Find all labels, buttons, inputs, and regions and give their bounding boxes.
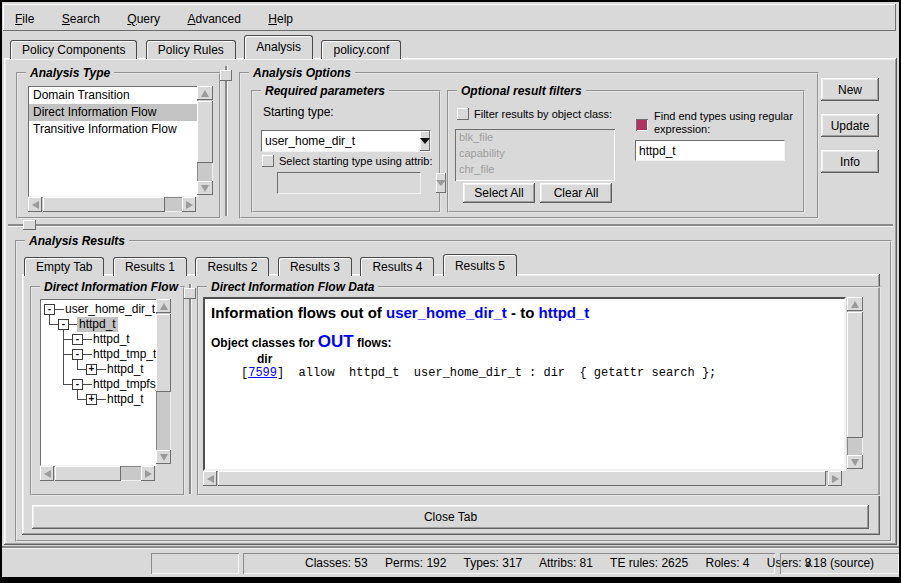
tree-node[interactable]: httpd_t xyxy=(91,332,132,347)
tree-node[interactable]: httpd_t xyxy=(105,362,146,377)
analysis-type-vscrollbar[interactable] xyxy=(197,86,213,195)
regex-input-wrap xyxy=(635,140,785,161)
data-hscrollbar[interactable] xyxy=(203,471,842,486)
scrollbar-thumb[interactable] xyxy=(197,101,213,163)
analysis-options-legend: Analysis Options xyxy=(249,66,355,80)
stat-te-rules: TE rules: 2625 xyxy=(610,556,688,570)
tab-results-4[interactable]: Results 4 xyxy=(360,257,434,276)
clear-all-button[interactable]: Clear All xyxy=(540,183,612,203)
tree-connector xyxy=(63,339,72,340)
data-vscrollbar[interactable] xyxy=(847,297,863,469)
scroll-left-icon[interactable] xyxy=(28,197,42,212)
apol-window: File Search Query Advanced Help Policy C… xyxy=(0,0,901,583)
tree-node[interactable]: httpd_tmp_t xyxy=(91,347,157,362)
sash-handle[interactable] xyxy=(220,70,232,81)
tree-node[interactable]: httpd_t xyxy=(105,392,146,407)
tree-toggle-icon[interactable]: - xyxy=(72,334,83,345)
tree-connector xyxy=(49,315,50,324)
tab-analysis[interactable]: Analysis xyxy=(244,35,313,59)
analysis-type-hscrollbar[interactable] xyxy=(28,197,196,212)
results-sash-vertical[interactable] xyxy=(189,284,191,494)
tab-policy-conf[interactable]: policy.conf xyxy=(321,40,401,59)
analysis-type-group: Analysis Type Domain Transition Direct I… xyxy=(16,72,221,219)
scrollbar-thumb[interactable] xyxy=(218,471,826,486)
update-button[interactable]: Update xyxy=(821,114,879,137)
tab-empty-tab[interactable]: Empty Tab xyxy=(24,257,104,276)
attrib-checkbox-label: Select starting type using attrib: xyxy=(279,155,432,167)
scroll-up-icon[interactable] xyxy=(847,297,863,311)
list-item[interactable]: Domain Transition xyxy=(29,87,197,104)
scroll-left-icon[interactable] xyxy=(40,466,54,481)
scroll-down-icon[interactable] xyxy=(197,181,213,195)
scroll-right-icon[interactable] xyxy=(141,466,155,481)
flow-data-group: Direct Information Flow Data Information… xyxy=(197,286,881,496)
scrollbar-thumb[interactable] xyxy=(55,466,121,481)
info-button[interactable]: Info xyxy=(821,150,879,173)
scrollbar-thumb[interactable] xyxy=(156,314,171,392)
tree-hscrollbar[interactable] xyxy=(40,466,155,481)
tree-toggle-icon[interactable]: - xyxy=(72,379,83,390)
scroll-right-icon[interactable] xyxy=(182,197,196,212)
scroll-down-icon[interactable] xyxy=(156,450,171,464)
tree-connector xyxy=(63,384,72,385)
tree-toggle-icon[interactable]: - xyxy=(72,349,83,360)
scroll-down-icon[interactable] xyxy=(847,455,863,469)
stat-perms: Perms: 192 xyxy=(385,556,446,570)
scroll-up-icon[interactable] xyxy=(156,299,171,313)
regex-input[interactable] xyxy=(636,143,779,160)
scrollbar-thumb[interactable] xyxy=(43,197,165,212)
regex-checkbox[interactable] xyxy=(636,119,648,131)
analysis-type-listbox[interactable]: Domain Transition Direct Information Flo… xyxy=(28,86,198,197)
tree-toggle-icon[interactable]: + xyxy=(86,364,97,375)
select-all-button[interactable]: Select All xyxy=(463,183,535,203)
tree-node[interactable]: httpd_tmpfs_t xyxy=(91,377,157,392)
stat-classes: Classes: 53 xyxy=(305,556,368,570)
tab-results-1[interactable]: Results 1 xyxy=(113,257,187,276)
regex-checkbox-label: Find end types using regular expression: xyxy=(654,110,793,136)
attrib-combobox-disabled[interactable] xyxy=(277,172,421,194)
menu-query[interactable]: Query xyxy=(125,6,162,33)
tab-results-3[interactable]: Results 3 xyxy=(278,257,352,276)
list-item-selected[interactable]: Direct Information Flow xyxy=(29,104,197,121)
attrib-checkbox[interactable] xyxy=(262,155,274,167)
stat-types: Types: 317 xyxy=(464,556,523,570)
tab-policy-rules[interactable]: Policy Rules xyxy=(146,40,236,59)
flow-data-textarea[interactable]: Information flows out of user_home_dir_t… xyxy=(203,297,846,471)
menu-advanced[interactable]: Advanced xyxy=(185,6,242,33)
object-class-listbox[interactable]: blk_file capability chr_file xyxy=(455,129,615,181)
tree-node-selected[interactable]: httpd_t xyxy=(77,317,118,332)
menubar: File Search Query Advanced Help xyxy=(3,4,896,31)
combo-dropdown-icon[interactable] xyxy=(420,131,430,151)
filter-by-class-checkbox[interactable] xyxy=(457,108,469,120)
scrollbar-thumb[interactable] xyxy=(847,312,863,438)
pane-sash-horizontal[interactable] xyxy=(8,224,893,226)
scroll-up-icon[interactable] xyxy=(197,86,213,100)
list-item: blk_file xyxy=(455,129,615,145)
subtitle-pre: Object classes for xyxy=(211,336,318,350)
sash-handle[interactable] xyxy=(23,220,36,230)
scroll-left-icon[interactable] xyxy=(203,471,217,486)
scroll-right-icon[interactable] xyxy=(828,471,842,486)
tree-connector xyxy=(77,369,86,370)
tree-toggle-icon[interactable]: + xyxy=(86,394,97,405)
sash-handle[interactable] xyxy=(184,288,196,299)
tab-results-5[interactable]: Results 5 xyxy=(443,254,517,276)
optional-filters-legend: Optional result filters xyxy=(457,84,586,98)
tab-policy-components[interactable]: Policy Components xyxy=(10,40,137,59)
tree-toggle-icon[interactable]: - xyxy=(58,319,69,330)
tab-results-2[interactable]: Results 2 xyxy=(195,257,269,276)
tree-vscrollbar[interactable] xyxy=(156,299,171,464)
new-button[interactable]: New xyxy=(821,78,879,101)
starting-type-entry[interactable] xyxy=(262,131,420,151)
pane-sash-vertical[interactable] xyxy=(225,66,227,216)
tree-toggle-icon[interactable]: - xyxy=(44,304,55,315)
menu-search[interactable]: Search xyxy=(60,6,102,33)
rule-id-link[interactable]: 7599 xyxy=(248,366,277,380)
flow-tree[interactable]: - user_home_dir_t - httpd_t - httpd_t - … xyxy=(40,299,157,466)
close-tab-button[interactable]: Close Tab xyxy=(32,505,869,529)
menu-file[interactable]: File xyxy=(13,6,36,33)
menu-help[interactable]: Help xyxy=(266,6,295,33)
list-item[interactable]: Transitive Information Flow xyxy=(29,121,197,138)
starting-type-combobox[interactable] xyxy=(261,130,431,152)
tree-node[interactable]: user_home_dir_t xyxy=(63,302,157,317)
